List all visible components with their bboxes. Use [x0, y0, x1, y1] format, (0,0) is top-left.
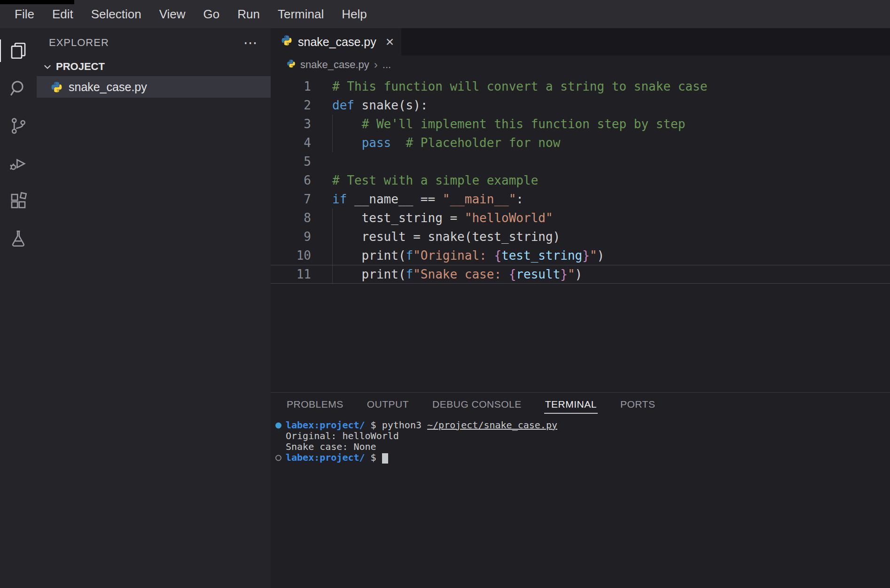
activity-extensions-button[interactable] — [0, 182, 37, 220]
breadcrumb[interactable]: snake_case.py › ... — [271, 55, 890, 74]
code-line-7[interactable]: 7if __name__ == "__main__": — [271, 190, 890, 209]
code-line-11[interactable]: 11 print(f"Snake case: {result}") — [271, 265, 890, 284]
panel-tab-output[interactable]: OUTPUT — [366, 395, 410, 414]
line-number: 10 — [271, 246, 311, 265]
tab-bar: snake_case.py × — [271, 28, 890, 55]
indent-guide — [332, 246, 333, 265]
main-area: EXPLORER ⋯ PROJECT snake_case.py snake_c… — [0, 28, 890, 588]
editor-group: snake_case.py × snake_case.py › ... 1# T… — [271, 28, 890, 588]
line-content: print(f"Snake case: {result}") — [311, 265, 582, 284]
line-number: 5 — [271, 152, 311, 171]
terminal-row-2: Original: helloWorld — [271, 431, 890, 441]
line-content: print(f"Original: {test_string}") — [311, 246, 604, 265]
line-content: result = snake(test_string) — [311, 227, 560, 246]
search-icon — [8, 78, 28, 98]
explorer-section-project[interactable]: PROJECT — [37, 57, 271, 76]
line-content: def snake(s): — [311, 96, 428, 115]
activity-run-debug-button[interactable] — [0, 145, 37, 182]
section-label: PROJECT — [56, 61, 105, 73]
line-content: pass # Placeholder for now — [311, 133, 560, 152]
breadcrumb-more[interactable]: ... — [383, 59, 391, 71]
menu-help[interactable]: Help — [333, 7, 375, 22]
files-icon — [8, 41, 28, 61]
code-line-3[interactable]: 3 # We'll implement this function step b… — [271, 115, 890, 133]
menu-run[interactable]: Run — [228, 7, 269, 22]
tab-snake-case-py[interactable]: snake_case.py × — [271, 28, 401, 55]
code-line-4[interactable]: 4 pass # Placeholder for now — [271, 133, 890, 152]
vscode-window: FileEditSelectionViewGoRunTerminalHelp — [0, 0, 890, 588]
panel-tab-problems[interactable]: PROBLEMS — [286, 395, 344, 414]
terminal-file-link[interactable]: ~/project/snake_case.py — [427, 419, 557, 431]
panel-tab-terminal[interactable]: TERMINAL — [544, 395, 598, 414]
breadcrumb-file-icon-slot — [287, 59, 296, 71]
line-content: test_string = "helloWorld" — [311, 209, 553, 227]
line-content — [311, 152, 332, 171]
line-content: # This function will convert a string to… — [311, 77, 707, 96]
panel-tab-bar: PROBLEMSOUTPUTDEBUG CONSOLETERMINALPORTS — [271, 393, 890, 416]
indent-guide — [332, 209, 333, 227]
line-number: 8 — [271, 209, 311, 227]
terminal-text: Original: helloWorld — [286, 430, 399, 441]
breadcrumb-file[interactable]: snake_case.py — [300, 59, 369, 71]
run-and-debug-icon — [8, 154, 28, 173]
menu-go[interactable]: Go — [195, 7, 229, 22]
indent-guide — [332, 133, 333, 152]
python-file-icon — [281, 35, 292, 46]
line-content: # We'll implement this function step by … — [311, 115, 685, 133]
python-file-icon — [51, 81, 62, 93]
code-line-9[interactable]: 9 result = snake(test_string) — [271, 227, 890, 246]
terminal-text: Snake case: None — [286, 441, 376, 452]
panel-tab-debug-console[interactable]: DEBUG CONSOLE — [431, 395, 523, 414]
terminal-row-3: Snake case: None — [271, 441, 890, 452]
line-number: 6 — [271, 171, 311, 190]
activity-search-button[interactable] — [0, 70, 37, 107]
code-line-10[interactable]: 10 print(f"Original: {test_string}") — [271, 246, 890, 265]
more-actions-icon[interactable]: ⋯ — [243, 36, 258, 50]
menu-edit[interactable]: Edit — [43, 7, 82, 22]
line-number: 11 — [271, 265, 311, 284]
terminal-row-1: labex:project/ $ python3 ~/project/snake… — [271, 420, 890, 431]
code-editor[interactable]: 1# This function will convert a string t… — [271, 74, 890, 392]
line-number: 9 — [271, 227, 311, 246]
command-pending-circle — [275, 455, 281, 461]
tab-label: snake_case.py — [298, 35, 376, 49]
code-line-1[interactable]: 1# This function will convert a string t… — [271, 77, 890, 96]
chevron-down-icon — [42, 62, 53, 72]
activity-bar — [0, 28, 37, 588]
menu-file[interactable]: File — [6, 7, 43, 22]
indent-guide — [332, 265, 333, 284]
command-success-dot — [275, 422, 281, 428]
activity-testing-button[interactable] — [0, 220, 37, 257]
file-item-snake_case.py[interactable]: snake_case.py — [37, 76, 271, 98]
code-line-5[interactable]: 5 — [271, 152, 890, 171]
activity-explorer-button[interactable] — [0, 32, 37, 70]
menu-selection[interactable]: Selection — [82, 7, 150, 22]
line-content: if __name__ == "__main__": — [311, 190, 523, 209]
line-number: 4 — [271, 133, 311, 152]
line-content: # Test with a simple example — [311, 171, 538, 190]
line-number: 1 — [271, 77, 311, 96]
line-number: 7 — [271, 190, 311, 209]
menu-view[interactable]: View — [150, 7, 195, 22]
terminal[interactable]: labex:project/ $ python3 ~/project/snake… — [271, 416, 890, 464]
source-control-icon — [8, 116, 28, 136]
menu-terminal[interactable]: Terminal — [269, 7, 333, 22]
python-file-icon — [287, 59, 296, 68]
sidebar-title: EXPLORER — [49, 37, 109, 49]
code-line-2[interactable]: 2def snake(s): — [271, 96, 890, 115]
breadcrumb-separator-icon: › — [374, 58, 378, 71]
terminal-prompt: labex:project/ — [286, 419, 365, 431]
file-item-label: snake_case.py — [69, 80, 147, 94]
activity-source-control-button[interactable] — [0, 107, 37, 145]
terminal-text: $ — [365, 452, 382, 463]
sidebar-explorer: EXPLORER ⋯ PROJECT snake_case.py — [37, 28, 271, 588]
line-number: 2 — [271, 96, 311, 115]
panel-tab-ports[interactable]: PORTS — [619, 395, 656, 414]
close-tab-icon[interactable]: × — [386, 35, 394, 49]
indent-guide — [332, 115, 333, 133]
extensions-icon — [8, 191, 28, 211]
bottom-panel: PROBLEMSOUTPUTDEBUG CONSOLETERMINALPORTS… — [271, 392, 890, 588]
code-line-6[interactable]: 6# Test with a simple example — [271, 171, 890, 190]
terminal-cursor — [382, 453, 388, 464]
code-line-8[interactable]: 8 test_string = "helloWorld" — [271, 209, 890, 227]
